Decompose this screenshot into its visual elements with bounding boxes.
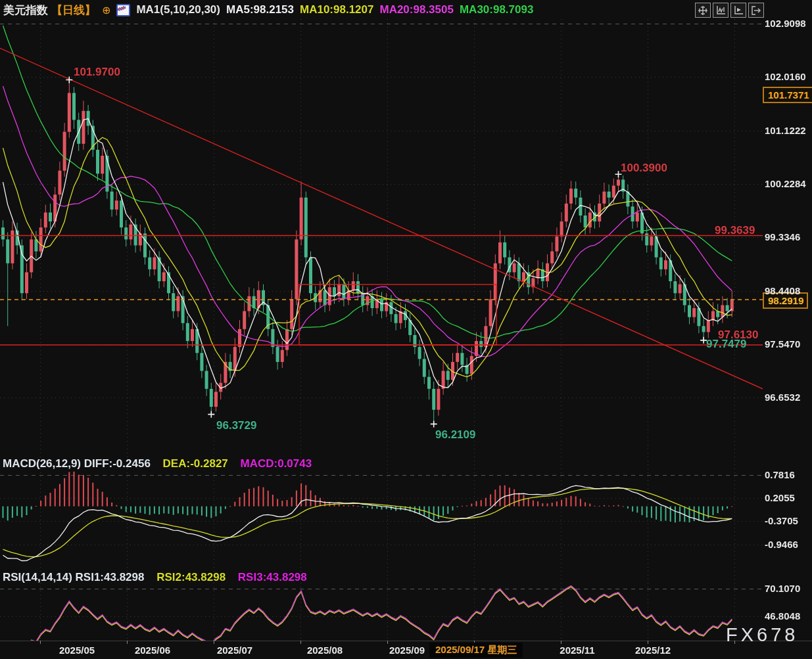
price-annotation: 100.3900 bbox=[621, 162, 667, 175]
macd-axis-tick: -0.3705 bbox=[765, 515, 798, 526]
rsi3-label: RSI3:43.8298 bbox=[238, 571, 307, 583]
exit-chart-icon[interactable] bbox=[748, 3, 764, 18]
rsi-panel-header: RSI(14,14,14) RSI1:43.8298 RSI2:43.8298 … bbox=[3, 571, 316, 584]
instrument-title: 美元指数 bbox=[3, 3, 48, 18]
price-annotation: 101.9700 bbox=[74, 66, 120, 79]
time-axis-label: 2025/12 bbox=[635, 645, 671, 656]
time-axis-label: 2025/09 bbox=[389, 645, 425, 656]
rsi1-label: RSI(14,14,14) RSI1:43.8298 bbox=[3, 571, 144, 583]
time-axis-label: 2025/05 bbox=[59, 645, 95, 656]
alert-level-label: 101.7371 bbox=[763, 87, 812, 103]
chart-type-icon[interactable] bbox=[116, 4, 130, 16]
scale-axis-icon[interactable] bbox=[713, 3, 728, 18]
time-axis-label: 2025/07 bbox=[217, 645, 252, 656]
rsi-axis-tick: 46.8048 bbox=[765, 610, 800, 622]
macd-axis-tick: 0.7816 bbox=[765, 469, 795, 480]
macd-macd-label: MACD:0.0743 bbox=[241, 457, 312, 470]
time-axis-label: 2025/08 bbox=[307, 645, 343, 656]
chart-canvas[interactable] bbox=[0, 0, 812, 659]
rsi2-label: RSI2:43.8298 bbox=[156, 571, 226, 583]
time-axis-label: 2025/06 bbox=[135, 645, 170, 656]
macd-dea-label: DEA:-0.2827 bbox=[163, 457, 228, 470]
macd-axis-tick: 0.2055 bbox=[765, 492, 795, 503]
crosshair-move-icon[interactable] bbox=[695, 3, 711, 18]
chart-forward-icon[interactable] bbox=[730, 3, 746, 18]
ma30-value: MA30:98.7093 bbox=[460, 3, 533, 16]
macd-axis-tick: -0.9466 bbox=[765, 539, 798, 550]
price-axis-tick: 102.0160 bbox=[765, 71, 806, 82]
chart-toolbar bbox=[695, 3, 764, 18]
period-tag[interactable]: 【日线】 bbox=[51, 3, 96, 18]
ma10-value: MA10:98.1207 bbox=[300, 3, 373, 16]
fx678-watermark: FX678 bbox=[726, 624, 798, 646]
price-axis-tick: 98.4408 bbox=[765, 285, 800, 296]
time-axis-label: 2025/11 bbox=[560, 645, 594, 656]
price-axis-tick: 96.6532 bbox=[765, 392, 800, 403]
macd-panel-header: MACD(26,12,9) DIFF:-0.2456 DEA:-0.2827 M… bbox=[3, 457, 321, 470]
price-axis-tick: 97.5470 bbox=[765, 338, 800, 350]
highlighted-date-label: 2025/09/17 星期三 bbox=[429, 643, 523, 658]
price-annotation: 97.7479 bbox=[706, 338, 746, 351]
macd-main-label: MACD(26,12,9) DIFF:-0.2456 bbox=[3, 457, 151, 470]
price-axis-tick: 102.9098 bbox=[765, 18, 806, 29]
price-annotation: 96.2109 bbox=[435, 428, 475, 442]
ma20-value: MA20:98.3505 bbox=[379, 3, 453, 16]
price-axis-tick: 100.2284 bbox=[765, 178, 806, 189]
price-annotation: 96.3729 bbox=[216, 419, 256, 432]
price-axis-tick: 101.1222 bbox=[765, 125, 806, 136]
chart-header: 美元指数 【日线】 ⊕ MA1(5,10,20,30) MA5:98.2153 … bbox=[3, 2, 533, 18]
rsi-axis-tick: 70.1070 bbox=[765, 583, 800, 594]
price-axis-tick: 99.3346 bbox=[765, 231, 800, 242]
price-annotation: 99.3639 bbox=[715, 224, 755, 237]
ma-settings-label: MA1(5,10,20,30) bbox=[136, 3, 220, 16]
ma5-value: MA5:98.2153 bbox=[226, 3, 294, 16]
add-indicator-icon[interactable]: ⊕ bbox=[102, 4, 110, 16]
trading-app-window: 美元指数 【日线】 ⊕ MA1(5,10,20,30) MA5:98.2153 … bbox=[0, 0, 812, 659]
